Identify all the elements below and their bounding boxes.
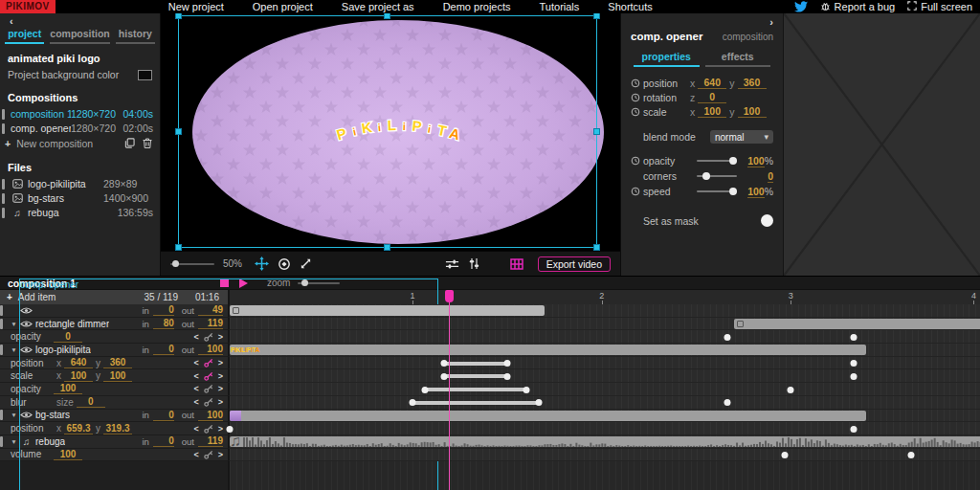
- composition-row[interactable]: composition 11280×72004:00s: [2, 107, 160, 121]
- twitter-icon[interactable]: [794, 1, 808, 12]
- keyframe-dot[interactable]: [907, 452, 914, 458]
- keyframe-dot[interactable]: [851, 360, 858, 367]
- slider-knob[interactable]: [729, 157, 737, 165]
- expand-caret-icon[interactable]: ▼: [9, 321, 19, 327]
- clip-bar[interactable]: [230, 411, 866, 421]
- drag-handle[interactable]: [2, 123, 5, 134]
- keyframe-dot[interactable]: [227, 426, 234, 433]
- selection-handle[interactable]: [175, 13, 182, 19]
- keyframe-dot[interactable]: [724, 334, 731, 341]
- keyframe-dot[interactable]: [503, 360, 510, 367]
- selection-handle[interactable]: [175, 244, 182, 251]
- value-field[interactable]: 0: [768, 170, 773, 183]
- drag-handle[interactable]: [0, 319, 3, 329]
- keyframe-dot[interactable]: [441, 373, 448, 380]
- stopwatch-icon[interactable]: [631, 93, 643, 102]
- selection-handle[interactable]: [384, 244, 390, 251]
- keyframe-dot[interactable]: [788, 387, 794, 393]
- expand-caret-icon[interactable]: ▼: [9, 412, 19, 418]
- menu-item-new-project[interactable]: New project: [168, 1, 224, 12]
- menu-item-demo-projects[interactable]: Demo projects: [443, 1, 511, 12]
- track-lane[interactable]: PiKiLiPiTA: [228, 344, 980, 357]
- drag-handle[interactable]: [0, 305, 3, 316]
- selection-handle[interactable]: [384, 13, 390, 19]
- tab-history[interactable]: history: [116, 28, 155, 44]
- full-screen-button[interactable]: Full screen: [907, 1, 972, 12]
- keyframe-segment[interactable]: [425, 388, 525, 391]
- track-lane[interactable]: [228, 396, 980, 410]
- track-lane[interactable]: [228, 330, 980, 344]
- rotate-tool-icon[interactable]: [278, 257, 291, 271]
- file-row[interactable]: logo-pikilipita289×89: [2, 177, 160, 190]
- drag-handle[interactable]: [0, 345, 3, 355]
- playhead-handle[interactable]: [445, 290, 454, 302]
- keyframe-dot[interactable]: [410, 399, 416, 406]
- selection-handle[interactable]: [175, 128, 182, 135]
- track-lane[interactable]: [228, 422, 980, 435]
- value-field[interactable]: 100: [747, 155, 765, 167]
- menu-item-save-project-as[interactable]: Save project as: [342, 1, 414, 12]
- clip-bar[interactable]: [734, 319, 980, 329]
- new-composition-button[interactable]: + New composition: [0, 136, 160, 150]
- keyframe-dot[interactable]: [422, 387, 429, 393]
- stopwatch-icon[interactable]: [631, 187, 643, 196]
- track-lane[interactable]: [228, 318, 980, 331]
- expand-caret-icon[interactable]: ▼: [9, 438, 19, 445]
- keyframe-segment[interactable]: [444, 362, 507, 366]
- file-row[interactable]: ♫rebuga136:59s: [2, 206, 160, 219]
- clip-bar[interactable]: PiKiLiPiTA: [230, 345, 866, 355]
- drag-handle[interactable]: [0, 410, 3, 420]
- keyframe-dot[interactable]: [851, 426, 858, 433]
- keyframe-dot[interactable]: [781, 452, 788, 458]
- menu-item-tutorials[interactable]: Tutorials: [540, 1, 580, 12]
- stopwatch-icon[interactable]: [631, 78, 643, 88]
- drag-handle[interactable]: [2, 179, 5, 189]
- mask-toggle[interactable]: [761, 214, 773, 227]
- slider-track[interactable]: [697, 190, 737, 192]
- value-field[interactable]: 100: [738, 105, 767, 118]
- stopwatch-icon[interactable]: [631, 107, 643, 117]
- selection-handle[interactable]: [593, 13, 600, 19]
- track-lane[interactable]: [228, 449, 980, 462]
- stopwatch-icon[interactable]: [631, 156, 643, 166]
- scale-tool-icon[interactable]: [300, 257, 312, 270]
- value-field[interactable]: 100: [747, 186, 765, 198]
- keyframe-dot[interactable]: [441, 360, 448, 367]
- track-lane[interactable]: ♫: [228, 435, 980, 449]
- value-field[interactable]: 0: [698, 91, 726, 103]
- track-lane[interactable]: [228, 304, 980, 318]
- keyframe-dot[interactable]: [535, 399, 542, 406]
- tab-project[interactable]: project: [5, 28, 44, 44]
- export-video-button[interactable]: Export video: [538, 256, 611, 272]
- value-field[interactable]: 360: [738, 77, 767, 89]
- expand-caret-icon[interactable]: ▼: [9, 346, 19, 353]
- clip-bar[interactable]: [230, 305, 545, 316]
- slider-knob[interactable]: [702, 172, 710, 180]
- clip-bar[interactable]: ♫: [230, 436, 980, 447]
- composition-row[interactable]: comp. opener1280×72002:00s: [2, 122, 160, 135]
- slider-track[interactable]: [697, 175, 737, 177]
- track-lane[interactable]: [228, 357, 980, 370]
- menu-item-shortcuts[interactable]: Shortcuts: [608, 1, 652, 12]
- keyframe-segment[interactable]: [412, 401, 539, 405]
- tab-effects[interactable]: effects: [705, 51, 771, 67]
- app-logo[interactable]: PIKIMOV: [0, 0, 56, 13]
- selection-box[interactable]: [178, 15, 597, 248]
- file-row[interactable]: bg-stars1400×900: [2, 191, 160, 205]
- grid-icon[interactable]: [510, 258, 523, 270]
- blend-mode-select[interactable]: normal ▾: [710, 130, 773, 144]
- drag-handle[interactable]: [2, 193, 5, 204]
- duplicate-icon[interactable]: [124, 138, 135, 148]
- value-field[interactable]: 100: [698, 105, 726, 118]
- collapse-right-icon[interactable]: ›: [769, 16, 773, 28]
- keyframe-dot[interactable]: [851, 373, 858, 380]
- drag-handle[interactable]: [2, 208, 5, 218]
- move-tool-icon[interactable]: [255, 256, 269, 271]
- drag-handle[interactable]: [0, 436, 3, 447]
- horizontal-sliders-icon[interactable]: [445, 258, 459, 270]
- slider-knob[interactable]: [172, 260, 179, 267]
- slider-knob[interactable]: [729, 188, 737, 195]
- vertical-sliders-icon[interactable]: [468, 257, 480, 270]
- drag-handle[interactable]: [2, 109, 5, 120]
- trash-icon[interactable]: [143, 138, 152, 148]
